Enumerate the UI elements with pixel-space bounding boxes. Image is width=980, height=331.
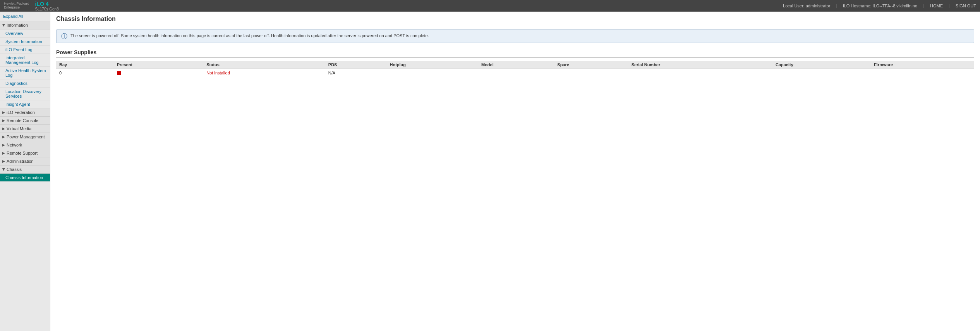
cell-spare [554, 69, 628, 77]
info-banner: ⓘ The server is powered off. Some system… [56, 29, 974, 43]
sidebar-item-integrated-management-log[interactable]: Integrated Management Log [0, 54, 50, 67]
arrow-icon: ▶ [2, 119, 5, 122]
expand-all-button[interactable]: Expand All [0, 12, 50, 21]
col-capacity: Capacity [772, 61, 871, 69]
col-spare: Spare [554, 61, 628, 69]
col-status: Status [203, 61, 325, 69]
sidebar-category-ilo-federation[interactable]: ▶ iLO Federation [0, 109, 50, 117]
power-supplies-title: Power Supplies [56, 49, 974, 58]
product-info: iLO 4 SL170s Gen8 [35, 1, 59, 11]
cell-present [114, 69, 204, 77]
sidebar-item-overview[interactable]: Overview [0, 29, 50, 38]
sidebar-section-ilo-federation: ▶ iLO Federation [0, 109, 50, 117]
sidebar-category-label: Virtual Media [7, 126, 31, 131]
sidebar-category-label: Administration [7, 159, 34, 164]
info-icon: ⓘ [61, 33, 67, 40]
header: Hewlett Packard Enterprise iLO 4 SL170s … [0, 0, 980, 12]
sidebar-category-label: Remote Support [7, 151, 38, 155]
cell-capacity [772, 69, 871, 77]
sidebar-category-label: iLO Federation [7, 110, 35, 115]
sidebar: Expand All ▶ Information Overview System… [0, 12, 50, 331]
sidebar-category-chassis[interactable]: ▶ Chassis [0, 166, 50, 174]
arrow-icon: ▶ [2, 24, 6, 27]
sidebar-category-remote-support[interactable]: ▶ Remote Support [0, 149, 50, 157]
sidebar-category-network[interactable]: ▶ Network [0, 141, 50, 149]
sidebar-category-label: Information [7, 23, 28, 28]
company-name: Hewlett Packard Enterprise [4, 2, 29, 10]
cell-firmware [871, 69, 974, 77]
cell-status: Not installed [203, 69, 325, 77]
sidebar-category-power-management[interactable]: ▶ Power Management [0, 133, 50, 141]
sidebar-category-label: Chassis [7, 167, 22, 172]
sidebar-item-chassis-information[interactable]: Chassis Information [0, 174, 50, 182]
arrow-icon: ▶ [2, 151, 5, 155]
arrow-icon: ▶ [2, 168, 6, 171]
cell-serial-number [628, 69, 772, 77]
home-link[interactable]: HOME [930, 3, 943, 8]
arrow-icon: ▶ [2, 159, 5, 163]
sidebar-category-items: Overview System Information iLO Event Lo… [0, 29, 50, 109]
col-serial-number: Serial Number [628, 61, 772, 69]
sidebar-section-administration: ▶ Administration [0, 157, 50, 166]
cell-bay: 0 [56, 69, 114, 77]
main-content: Chassis Information ⓘ The server is powe… [50, 12, 980, 331]
sidebar-category-remote-console[interactable]: ▶ Remote Console [0, 117, 50, 125]
header-logo: Hewlett Packard Enterprise [4, 2, 29, 10]
page-title: Chassis Information [56, 16, 974, 25]
sidebar-item-diagnostics[interactable]: Diagnostics [0, 79, 50, 88]
sidebar-section-network: ▶ Network [0, 141, 50, 149]
sidebar-category-administration[interactable]: ▶ Administration [0, 157, 50, 166]
col-pds: PDS [325, 61, 387, 69]
header-right: Local User: administrator | iLO Hostname… [783, 3, 976, 8]
sidebar-item-location-discovery-services[interactable]: Location Discovery Services [0, 88, 50, 100]
layout: Expand All ▶ Information Overview System… [0, 12, 980, 331]
power-supplies-table: Bay Present Status PDS Hotplug Model Spa… [56, 61, 974, 77]
status-indicator [117, 71, 121, 75]
arrow-icon: ▶ [2, 135, 5, 139]
sidebar-item-active-health-system-log[interactable]: Active Health System Log [0, 67, 50, 79]
arrow-icon: ▶ [2, 110, 5, 114]
sidebar-chassis-items: Chassis Information [0, 174, 50, 182]
sidebar-item-insight-agent[interactable]: Insight Agent [0, 100, 50, 109]
col-present: Present [114, 61, 204, 69]
sidebar-category-label: Network [7, 143, 22, 147]
table-header-row: Bay Present Status PDS Hotplug Model Spa… [56, 61, 974, 69]
arrow-icon: ▶ [2, 127, 5, 131]
info-text: The server is powered off. Some system h… [70, 33, 429, 39]
sidebar-section-remote-console: ▶ Remote Console [0, 117, 50, 125]
sidebar-category-label: Remote Console [7, 118, 38, 123]
sidebar-section-power-management: ▶ Power Management [0, 133, 50, 141]
cell-model [478, 69, 554, 77]
cell-hotplug [387, 69, 478, 77]
sidebar-section-chassis: ▶ Chassis Chassis Information [0, 166, 50, 182]
sidebar-item-ilo-event-log[interactable]: iLO Event Log [0, 46, 50, 54]
sidebar-category-label: Power Management [7, 134, 45, 139]
col-model: Model [478, 61, 554, 69]
sidebar-section-remote-support: ▶ Remote Support [0, 149, 50, 157]
sidebar-item-system-information[interactable]: System Information [0, 38, 50, 46]
col-firmware: Firmware [871, 61, 974, 69]
sidebar-category-virtual-media[interactable]: ▶ Virtual Media [0, 125, 50, 133]
sidebar-section-virtual-media: ▶ Virtual Media [0, 125, 50, 133]
header-left: Hewlett Packard Enterprise iLO 4 SL170s … [4, 1, 59, 11]
sidebar-section-information: ▶ Information Overview System Informatio… [0, 21, 50, 109]
table-row: 0 Not installed N/A [56, 69, 974, 77]
arrow-icon: ▶ [2, 143, 5, 147]
product-model: SL170s Gen8 [35, 7, 59, 11]
col-hotplug: Hotplug [387, 61, 478, 69]
col-bay: Bay [56, 61, 114, 69]
sidebar-category-information[interactable]: ▶ Information [0, 21, 50, 29]
status-text: Not installed [206, 71, 230, 75]
user-info: Local User: administrator [783, 3, 830, 8]
signout-link[interactable]: SIGN OUT [956, 3, 976, 8]
cell-pds: N/A [325, 69, 387, 77]
product-name: iLO 4 [35, 1, 59, 7]
hostname-info: iLO Hostname: ILO--TFA--8.vikimilin.no [843, 3, 917, 8]
